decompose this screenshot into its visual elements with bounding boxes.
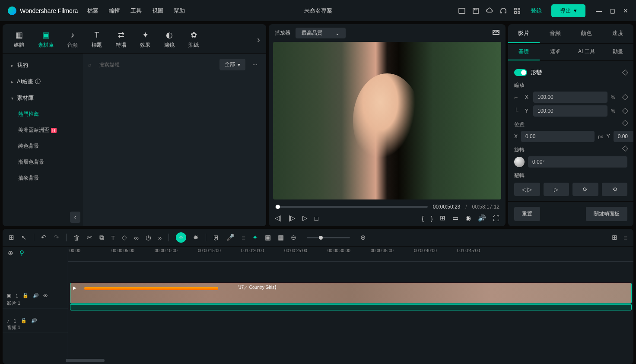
grid-view-icon[interactable]: ⊞	[612, 234, 617, 241]
tab-transitions[interactable]: ⇄轉場	[111, 28, 131, 51]
tab-color[interactable]: 顏色	[571, 24, 602, 43]
fullscreen-icon[interactable]: ⛶	[493, 215, 499, 222]
position-keyframe-icon[interactable]	[622, 120, 628, 126]
select-tool-icon[interactable]: ⊞	[9, 234, 14, 241]
volume-icon[interactable]: 🔊	[478, 214, 486, 222]
subtab-basic[interactable]: 基礎	[508, 44, 540, 60]
snapshot-icon[interactable]: ▦	[278, 234, 284, 241]
menu-edit[interactable]: 編輯	[109, 7, 120, 15]
link-icon[interactable]: ⌐	[514, 94, 520, 101]
tab-video[interactable]: 影片	[508, 24, 540, 43]
video-clip[interactable]: ▶'17／ Country Girls】	[70, 283, 632, 304]
cloud-icon[interactable]	[486, 7, 493, 15]
track-add-icon[interactable]: ⊕	[8, 249, 13, 257]
zoom-out-button[interactable]: ⊖	[291, 234, 296, 241]
more-options-icon[interactable]: ⋯	[250, 62, 261, 68]
delete-button[interactable]: 🗑	[73, 234, 80, 241]
flip-vertical-button[interactable]: ▷	[544, 183, 569, 196]
export-button[interactable]: 導出▾	[551, 4, 585, 17]
transform-toggle[interactable]	[514, 69, 527, 76]
snapshot-icon[interactable]	[493, 29, 499, 37]
rotation-keyframe-icon[interactable]	[622, 146, 628, 152]
headphones-icon[interactable]	[499, 7, 507, 15]
tab-titles[interactable]: T標題	[86, 28, 107, 51]
mark-out-button[interactable]: }	[431, 215, 433, 222]
minimize-button[interactable]: —	[596, 7, 602, 14]
video-track-header[interactable]: ▣1 🔓 🔊 👁 影片 1	[3, 283, 68, 309]
ratio-icon[interactable]: ⊞	[440, 214, 445, 222]
lock-icon[interactable]: 🔓	[22, 293, 29, 298]
menu-view[interactable]: 視圖	[152, 7, 163, 15]
pointer-tool-icon[interactable]: ↖	[21, 234, 27, 241]
tab-media[interactable]: ▦媒體	[9, 28, 29, 51]
transform-keyframe-icon[interactable]	[622, 70, 628, 76]
timeline-ruler[interactable]: :00:00 00:00:05:00 00:00:10:00 00:00:15:…	[68, 247, 633, 262]
subtab-ai-tools[interactable]: AI 工具	[571, 44, 602, 60]
pos-y-input[interactable]	[614, 131, 633, 142]
sidebar-sub-solid[interactable]: 純色背景	[3, 138, 83, 154]
tab-speed[interactable]: 速度	[602, 24, 634, 43]
tab-filters[interactable]: ◐濾鏡	[159, 28, 180, 51]
sidebar-sub-trending[interactable]: 熱門推薦	[3, 106, 83, 122]
subtab-animation[interactable]: 動畫	[602, 44, 634, 60]
display-icon[interactable]: ▭	[452, 214, 458, 222]
marker-icon[interactable]: ✦	[252, 234, 258, 241]
audio-track-header[interactable]: ♪1 🔓 🔊 音頻 1	[3, 309, 68, 333]
visibility-icon[interactable]: 👁	[43, 293, 48, 298]
rotation-knob[interactable]	[514, 157, 525, 167]
layout-icon[interactable]	[458, 7, 466, 15]
progress-thumb[interactable]	[276, 205, 280, 209]
scale-y-keyframe-icon[interactable]	[622, 108, 628, 114]
mixer-icon[interactable]: ≡	[242, 234, 245, 241]
audio-waveform[interactable]	[70, 304, 632, 310]
tab-stickers[interactable]: ✿貼紙	[183, 28, 204, 51]
mute-icon[interactable]: 🔊	[31, 318, 37, 323]
tab-audio[interactable]: ♪音頻	[62, 28, 83, 51]
mic-icon[interactable]: 🎤	[226, 234, 235, 241]
progress-bar[interactable]	[275, 206, 428, 208]
sidebar-item-ai-drawing[interactable]: AI繪畫 ⓘ	[3, 73, 83, 90]
maximize-button[interactable]: ▢	[610, 7, 615, 14]
mute-icon[interactable]: 🔊	[33, 293, 39, 298]
timeline-tracks[interactable]: :00:00 00:00:05:00 00:00:10:00 00:00:15:…	[68, 247, 633, 364]
cut-button[interactable]: ✂	[87, 234, 92, 241]
sidebar-item-my[interactable]: 我的	[3, 57, 83, 73]
horizontal-scrollbar[interactable]	[66, 359, 105, 362]
tab-effects[interactable]: ✦效果	[135, 28, 156, 51]
record-icon[interactable]: ▣	[265, 234, 271, 241]
scale-y-input[interactable]	[533, 105, 607, 117]
zoom-slider[interactable]	[307, 237, 350, 238]
rotate-ccw-button[interactable]: ⟲	[602, 183, 628, 196]
keyframe-panel-button[interactable]: 關鍵幀面板	[586, 207, 627, 221]
rotate-cw-button[interactable]: ⟳	[572, 183, 598, 196]
quality-dropdown[interactable]: 最高品質⌄	[296, 28, 346, 38]
save-icon[interactable]	[472, 7, 480, 15]
zoom-in-button[interactable]: ⊕	[360, 234, 366, 241]
undo-button[interactable]: ↶	[41, 234, 47, 241]
settings-icon[interactable]: ≡	[623, 234, 627, 241]
menu-tools[interactable]: 工具	[130, 7, 142, 15]
camera-icon[interactable]: ◉	[465, 214, 471, 222]
menu-file[interactable]: 檔案	[87, 7, 99, 15]
redo-button[interactable]: ↷	[54, 234, 59, 241]
speed-button[interactable]: ◷	[146, 234, 151, 241]
render-icon[interactable]: ✸	[193, 234, 199, 241]
crop-button[interactable]: ⧉	[99, 234, 104, 241]
play-button[interactable]: ▷	[302, 214, 308, 222]
link-button[interactable]: ∞	[134, 234, 139, 241]
subtab-mask[interactable]: 遮罩	[540, 44, 571, 60]
stop-button[interactable]: □	[315, 215, 318, 222]
menu-help[interactable]: 幫助	[174, 7, 185, 15]
lock-icon[interactable]: 🔓	[21, 318, 27, 323]
tabs-next-icon[interactable]: ›	[257, 35, 260, 44]
apps-icon[interactable]	[513, 7, 521, 15]
login-button[interactable]: 登錄	[527, 5, 545, 16]
more-tools-icon[interactable]: »	[158, 234, 162, 241]
next-frame-button[interactable]: |▷	[289, 214, 296, 222]
sidebar-sub-gradient[interactable]: 漸層色背景	[3, 154, 83, 170]
text-button[interactable]: T	[111, 234, 115, 241]
search-input[interactable]	[95, 59, 215, 70]
track-magnet-icon[interactable]: ⚲	[19, 249, 24, 257]
link-icon[interactable]: └	[514, 108, 520, 114]
reset-button[interactable]: 重置	[514, 207, 540, 221]
